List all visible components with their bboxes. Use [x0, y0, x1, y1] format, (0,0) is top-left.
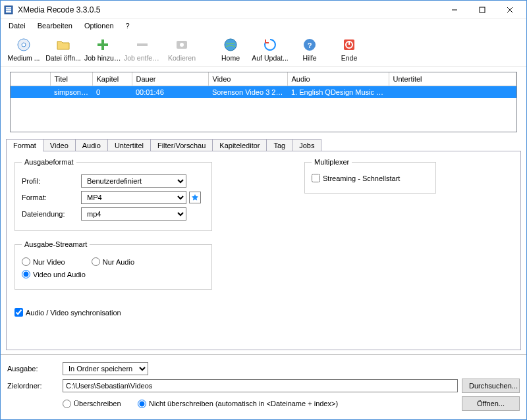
- svg-rect-3: [6, 11, 11, 13]
- streamart-legend: Ausgabe-Streamart: [22, 240, 90, 248]
- maximize-button[interactable]: [468, 2, 496, 18]
- col-kapitel-header[interactable]: Kapitel: [92, 72, 132, 86]
- tab-kapiteleditor[interactable]: Kapiteleditor: [212, 139, 267, 151]
- tab-tag[interactable]: Tag: [266, 139, 292, 151]
- streamart-group: Ausgabe-Streamart Nur Video Nur Audio Vi…: [14, 240, 212, 290]
- dateiendung-label: Dateiendung:: [22, 210, 81, 218]
- nur-audio-radio-label[interactable]: Nur Audio: [92, 257, 134, 266]
- avsync-checkbox[interactable]: [14, 308, 23, 317]
- menu-bearbeiten[interactable]: Bearbeiten: [32, 20, 78, 31]
- update-button[interactable]: Auf Updat...: [251, 34, 289, 65]
- folder-open-icon: [55, 37, 71, 53]
- svg-rect-1: [6, 7, 11, 9]
- refresh-icon: [262, 37, 278, 53]
- ausgabeformat-legend: Ausgabeformat: [22, 158, 76, 166]
- window-title: XMedia Recode 3.3.0.5: [18, 5, 441, 14]
- help-icon: ?: [302, 37, 318, 53]
- nicht-ueberschreiben-radio-label[interactable]: Nicht überschreiben (automatisch in <Dat…: [138, 400, 462, 408]
- menu-help[interactable]: ?: [121, 20, 135, 31]
- globe-icon: [223, 37, 238, 53]
- col-titel-header[interactable]: Titel: [50, 72, 92, 86]
- minimize-button[interactable]: [441, 2, 468, 18]
- svg-rect-12: [137, 43, 148, 46]
- svg-text:?: ?: [308, 41, 312, 49]
- streaming-checkbox[interactable]: [312, 174, 320, 182]
- video-und-audio-radio[interactable]: [22, 270, 30, 278]
- table-row[interactable]: simpsons_t... 0 00:01:46 Sorenson Video …: [11, 86, 516, 98]
- file-table[interactable]: Titel Kapitel Dauer Video Audio Untertit…: [10, 72, 517, 132]
- video-und-audio-radio-label[interactable]: Video und Audio: [22, 270, 86, 278]
- col-untertitel-header[interactable]: Untertitel: [389, 72, 516, 86]
- svg-point-15: [225, 39, 236, 51]
- power-icon: [341, 37, 357, 53]
- tab-jobs[interactable]: Jobs: [292, 139, 321, 151]
- favorite-button[interactable]: [189, 192, 201, 203]
- tab-audio[interactable]: Audio: [75, 139, 108, 151]
- streaming-checkbox-label[interactable]: Streaming - Schnellstart: [312, 174, 400, 182]
- svg-rect-5: [480, 7, 485, 13]
- nur-video-radio[interactable]: [22, 257, 30, 266]
- window-controls: [441, 2, 524, 18]
- multiplexer-legend: Multiplexer: [312, 158, 352, 166]
- open-folder-button[interactable]: Öffnen...: [462, 396, 520, 411]
- tab-panel-format: Ausgabeformat Profil: Benutzerdefiniert …: [6, 151, 521, 350]
- tab-filter[interactable]: Filter/Vorschau: [150, 139, 213, 151]
- open-file-button[interactable]: Datei öffn...: [44, 34, 82, 65]
- svg-rect-2: [6, 9, 11, 11]
- ausgabe-select[interactable]: In Ordner speichern: [63, 362, 148, 375]
- ausgabeformat-group: Ausgabeformat Profil: Benutzerdefiniert …: [14, 158, 212, 231]
- col-video-header[interactable]: Video: [208, 72, 287, 86]
- ausgabe-label: Ausgabe:: [7, 365, 63, 373]
- ueberschreiben-radio-label[interactable]: Überschreiben: [63, 400, 122, 408]
- app-icon: [3, 5, 14, 15]
- nur-audio-radio[interactable]: [92, 257, 100, 266]
- profil-select[interactable]: Benutzerdefiniert: [81, 174, 186, 188]
- tab-video[interactable]: Video: [43, 139, 76, 151]
- home-button[interactable]: Home: [211, 34, 250, 65]
- avsync-checkbox-label[interactable]: Audio / Video synchronisation: [14, 308, 121, 317]
- remove-job-button: Job entfern...: [123, 34, 161, 65]
- format-label: Format:: [22, 194, 81, 201]
- quit-button[interactable]: Ende: [330, 34, 368, 65]
- col-audio-header[interactable]: Audio: [287, 72, 389, 86]
- encode-button: Kodieren: [163, 34, 201, 65]
- menu-optionen[interactable]: Optionen: [79, 20, 119, 31]
- profil-label: Profil:: [22, 177, 81, 185]
- menubar: Datei Bearbeiten Optionen ?: [1, 19, 526, 32]
- toolbar: Medium ... Datei öffn... Job hinzuf... J…: [1, 32, 526, 66]
- medium-button[interactable]: Medium ...: [5, 34, 43, 65]
- output-bar: Ausgabe: In Ordner speichern Zielordner:…: [1, 354, 526, 419]
- encode-icon: [174, 37, 190, 53]
- zielordner-input[interactable]: [63, 379, 458, 392]
- nur-video-radio-label[interactable]: Nur Video: [22, 257, 65, 266]
- ueberschreiben-radio[interactable]: [63, 400, 71, 408]
- svg-point-14: [180, 43, 184, 47]
- plus-icon: [95, 37, 111, 53]
- tab-strip: Format Video Audio Untertitel Filter/Vor…: [6, 139, 521, 151]
- tabs-area: Format Video Audio Untertitel Filter/Vor…: [1, 139, 526, 354]
- format-select[interactable]: MP4: [81, 191, 186, 204]
- svg-rect-11: [97, 43, 108, 46]
- add-job-button[interactable]: Job hinzuf...: [84, 34, 122, 65]
- minus-icon: [134, 37, 150, 53]
- nicht-ueberschreiben-radio[interactable]: [138, 400, 146, 408]
- browse-button[interactable]: Durchsuchen...: [462, 379, 520, 393]
- dateiendung-select[interactable]: mp4: [81, 207, 186, 221]
- file-table-area: Titel Kapitel Dauer Video Audio Untertit…: [1, 66, 526, 136]
- col-dauer-header[interactable]: Dauer: [132, 72, 208, 86]
- menu-datei[interactable]: Datei: [3, 20, 31, 31]
- col-icon-header[interactable]: [11, 72, 50, 86]
- tab-untertitel[interactable]: Untertitel: [107, 139, 151, 151]
- svg-point-9: [22, 43, 26, 47]
- help-button[interactable]: ? Hilfe: [291, 34, 329, 65]
- titlebar: XMedia Recode 3.3.0.5: [1, 1, 526, 19]
- multiplexer-group: Multiplexer Streaming - Schnellstart: [304, 158, 436, 194]
- tab-format[interactable]: Format: [6, 139, 43, 151]
- disc-icon: [16, 37, 32, 53]
- close-button[interactable]: [496, 2, 524, 18]
- zielordner-label: Zielordner:: [7, 382, 63, 390]
